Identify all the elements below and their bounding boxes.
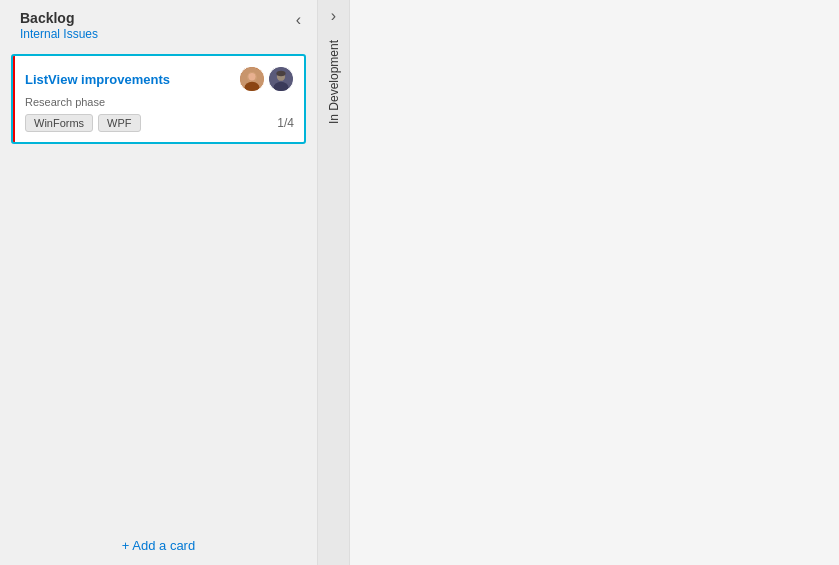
svg-point-8 bbox=[276, 71, 285, 77]
column-in-development: › In Development bbox=[318, 0, 350, 565]
column-subtitle: Internal Issues bbox=[20, 27, 98, 41]
tag-wpf: WPF bbox=[98, 114, 140, 132]
tag-winforms: WinForms bbox=[25, 114, 93, 132]
column-title-group: Backlog Internal Issues bbox=[20, 10, 98, 41]
card-avatars bbox=[239, 66, 294, 92]
expand-button[interactable]: › bbox=[325, 0, 342, 32]
add-card-button[interactable]: + Add a card bbox=[0, 526, 317, 565]
card-listview[interactable]: ListView improvements bbox=[12, 55, 305, 143]
board-container: Backlog Internal Issues ‹ ListView impro… bbox=[0, 0, 839, 565]
avatar-2 bbox=[268, 66, 294, 92]
svg-point-4 bbox=[248, 73, 255, 80]
in-development-label: In Development bbox=[327, 40, 341, 124]
column-backlog: Backlog Internal Issues ‹ ListView impro… bbox=[0, 0, 318, 565]
column-header: Backlog Internal Issues ‹ bbox=[0, 0, 317, 49]
column-title: Backlog bbox=[20, 10, 98, 26]
card-footer: WinForms WPF 1/4 bbox=[25, 114, 294, 132]
column-content: ListView improvements bbox=[0, 49, 317, 526]
card-phase: Research phase bbox=[25, 96, 294, 108]
collapse-button[interactable]: ‹ bbox=[292, 12, 305, 28]
card-count: 1/4 bbox=[277, 116, 294, 130]
avatar-1 bbox=[239, 66, 265, 92]
card-tags: WinForms WPF bbox=[25, 114, 141, 132]
card-title-row: ListView improvements bbox=[25, 66, 294, 92]
column-right bbox=[350, 0, 839, 565]
card-title: ListView improvements bbox=[25, 72, 170, 87]
